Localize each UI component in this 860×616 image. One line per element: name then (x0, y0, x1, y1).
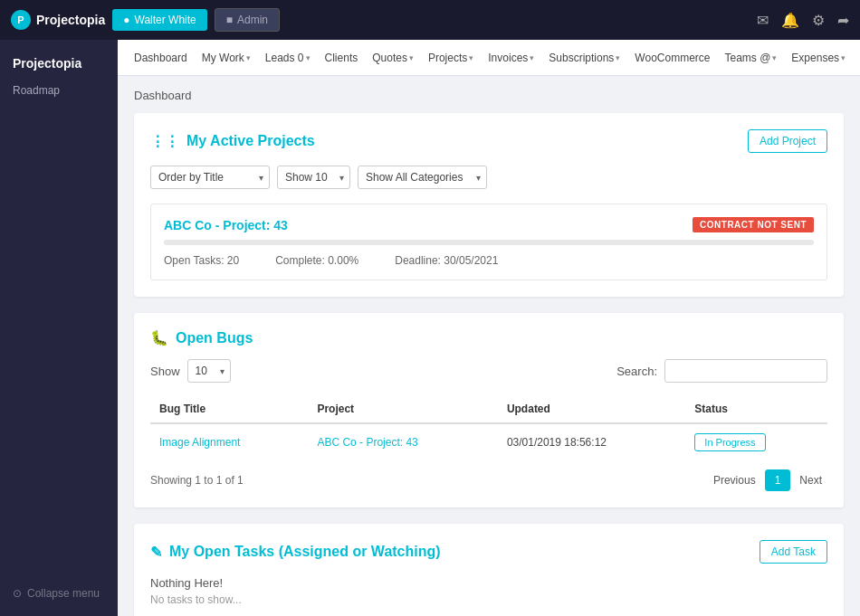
col-updated: Updated (498, 395, 685, 423)
bug-title-link[interactable]: Image Alignment (159, 436, 240, 449)
nothing-sub: No tasks to show... (150, 593, 827, 606)
chevron-down-icon: ▾ (306, 53, 311, 62)
nav-mywork[interactable]: My Work ▾ (195, 40, 258, 76)
project-title[interactable]: ABC Co - Project: 43 (164, 218, 288, 232)
chevron-down-icon: ▾ (469, 53, 473, 62)
active-projects-title: ⋮⋮ My Active Projects (150, 133, 315, 150)
content: Dashboard ⋮⋮ My Active Projects Add Proj… (118, 76, 860, 616)
bell-icon[interactable]: 🔔 (781, 12, 799, 29)
open-tasks: Open Tasks: 20 (164, 254, 239, 267)
progress-bar-bg (164, 240, 814, 245)
chevron-down-icon: ▾ (772, 53, 777, 62)
user-icon: ● (123, 14, 129, 26)
bug-project-cell: ABC Co - Project: 43 (308, 423, 497, 460)
edit-icon: ✎ (150, 544, 162, 561)
navbar: Dashboard My Work ▾ Leads 0 ▾ Clients Qu… (118, 40, 860, 76)
project-header: ABC Co - Project: 43 CONTRACT NOT SENT (164, 217, 814, 232)
bug-project-link[interactable]: ABC Co - Project: 43 (317, 436, 417, 449)
showing-text: Showing 1 to 1 of 1 (150, 474, 244, 487)
active-projects-card: ⋮⋮ My Active Projects Add Project Order … (134, 113, 844, 297)
next-page-button[interactable]: Next (794, 470, 827, 490)
nav-expenses[interactable]: Expenses ▾ (784, 40, 853, 76)
sidebar: Projectopia Roadmap ⊙ Collapse menu (0, 40, 118, 616)
share-icon[interactable]: ➦ (837, 12, 849, 29)
brand-icon: P (11, 10, 31, 30)
col-bug-title: Bug Title (150, 395, 308, 423)
open-tasks-title: ✎ My Open Tasks (Assigned or Watching) (150, 544, 441, 561)
col-project: Project (308, 395, 497, 423)
bug-updated-cell: 03/01/2019 18:56:12 (498, 423, 685, 460)
nav-support[interactable]: Support ▾ (853, 40, 860, 76)
nav-dashboard[interactable]: Dashboard (127, 40, 195, 76)
open-bugs-title: 🐛 Open Bugs (150, 329, 253, 346)
nothing-here: Nothing Here! No tasks to show... (150, 576, 827, 606)
complete-pct: Complete: 0.00% (275, 254, 358, 267)
nav-invoices[interactable]: Invoices ▾ (481, 40, 541, 76)
show-count-select[interactable]: Show 10 Show 25 Show 50 (277, 166, 350, 189)
status-badge: In Progress (694, 433, 765, 451)
page-1-button[interactable]: 1 (765, 469, 791, 491)
nav-projects[interactable]: Projects ▾ (421, 40, 481, 76)
add-task-button[interactable]: Add Task (760, 540, 827, 564)
nav-teams[interactable]: Teams @ ▾ (718, 40, 785, 76)
bugs-right: Search: (616, 359, 827, 383)
deadline: Deadline: 30/05/2021 (395, 254, 498, 267)
chevron-down-icon: ▾ (616, 53, 620, 62)
brand: P Projectopia (11, 10, 105, 30)
show-count-select-wrap: Show 10 Show 25 Show 50 (277, 166, 350, 189)
sidebar-title: Projectopia (0, 49, 118, 78)
nav-subscriptions[interactable]: Subscriptions ▾ (541, 40, 627, 76)
bugs-show-select[interactable]: 10 25 50 (187, 359, 231, 383)
open-bugs-card: 🐛 Open Bugs Show 10 25 50 (134, 313, 844, 507)
active-projects-header: ⋮⋮ My Active Projects Add Project (150, 129, 827, 153)
bug-title-cell: Image Alignment (150, 423, 308, 460)
admin-icon: ■ (226, 14, 233, 26)
topbar-icons: ✉ 🔔 ⚙ ➦ (757, 12, 849, 29)
brand-name: Projectopia (36, 13, 105, 27)
project-meta: Open Tasks: 20 Complete: 0.00% Deadline:… (164, 254, 814, 267)
nav-woocommerce[interactable]: WooCommerce (627, 40, 717, 76)
grid-icon: ⋮⋮ (150, 133, 179, 150)
envelope-icon[interactable]: ✉ (757, 12, 769, 29)
breadcrumb: Dashboard (134, 89, 844, 102)
filters-row: Order by Title Order by Date Order by De… (150, 166, 827, 189)
bugs-left: Show 10 25 50 (150, 359, 231, 383)
right-side: Dashboard My Work ▾ Leads 0 ▾ Clients Qu… (118, 40, 860, 616)
col-status: Status (685, 395, 827, 423)
prev-page-button[interactable]: Previous (708, 470, 761, 490)
sliders-icon[interactable]: ⚙ (812, 12, 825, 29)
table-header-row: Bug Title Project Updated Status (150, 395, 827, 423)
bug-icon: 🐛 (150, 329, 168, 346)
nav-leads[interactable]: Leads 0 ▾ (258, 40, 318, 76)
pagination-row: Showing 1 to 1 of 1 Previous 1 Next (150, 469, 827, 491)
bugs-table: Bug Title Project Updated Status Image A… (150, 395, 827, 460)
open-tasks-card: ✎ My Open Tasks (Assigned or Watching) A… (134, 524, 844, 616)
sidebar-item-roadmap[interactable]: Roadmap (0, 78, 118, 103)
main-layout: Projectopia Roadmap ⊙ Collapse menu Dash… (0, 40, 860, 616)
collapse-icon: ⊙ (13, 587, 22, 600)
open-bugs-header: 🐛 Open Bugs (150, 329, 827, 346)
nothing-header: Nothing Here! (150, 576, 827, 590)
admin-button[interactable]: ■ Admin (215, 8, 280, 32)
topbar: P Projectopia ● Walter White ■ Admin ✉ 🔔… (0, 0, 860, 40)
chevron-down-icon: ▾ (841, 53, 846, 62)
bugs-controls: Show 10 25 50 Search: (150, 359, 827, 383)
categories-select-wrap: Show All Categories (358, 166, 487, 189)
open-tasks-header: ✎ My Open Tasks (Assigned or Watching) A… (150, 540, 827, 564)
chevron-down-icon: ▾ (246, 53, 251, 62)
order-by-select-wrap: Order by Title Order by Date Order by De… (150, 166, 270, 189)
user-button[interactable]: ● Walter White (112, 9, 206, 31)
bugs-search-input[interactable] (664, 359, 827, 383)
collapse-menu[interactable]: ⊙ Collapse menu (0, 580, 118, 607)
bug-status-cell: In Progress (685, 423, 827, 460)
order-by-select[interactable]: Order by Title Order by Date Order by De… (150, 166, 270, 189)
contract-badge: CONTRACT NOT SENT (693, 217, 814, 232)
nav-clients[interactable]: Clients (318, 40, 366, 76)
nav-quotes[interactable]: Quotes ▾ (365, 40, 421, 76)
add-project-button[interactable]: Add Project (748, 129, 827, 153)
categories-select[interactable]: Show All Categories (358, 166, 487, 189)
project-item: ABC Co - Project: 43 CONTRACT NOT SENT O… (150, 204, 827, 280)
pagination-controls: Previous 1 Next (708, 469, 827, 491)
chevron-down-icon: ▾ (530, 53, 534, 62)
table-row: Image Alignment ABC Co - Project: 43 03/… (150, 423, 827, 460)
